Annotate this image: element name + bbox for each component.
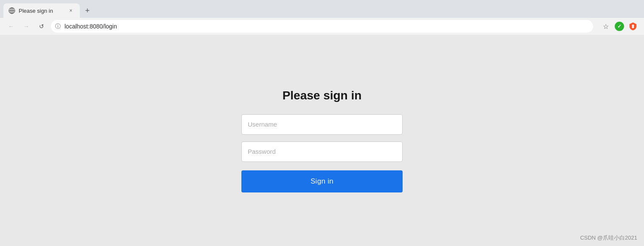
tab-label: Please sign in [19, 8, 64, 14]
page-title: Please sign in [283, 89, 362, 102]
reload-button[interactable]: ↺ [36, 20, 48, 32]
browser-actions: ☆ ✓ [600, 20, 639, 32]
new-tab-button[interactable]: + [81, 5, 93, 17]
address-bar-row: ← → ↺ ⓘ localhost:8080/login ☆ ✓ [0, 18, 644, 35]
brave-extension-button[interactable] [627, 20, 639, 32]
url-text: localhost:8080/login [64, 23, 117, 30]
address-field[interactable]: ⓘ localhost:8080/login [51, 20, 593, 33]
avast-icon: ✓ [615, 22, 624, 31]
back-button[interactable]: ← [5, 20, 17, 32]
star-icon: ☆ [603, 23, 609, 31]
active-tab[interactable]: Please sign in × [3, 3, 80, 18]
avast-extension-button[interactable]: ✓ [613, 20, 625, 32]
username-input[interactable] [241, 114, 403, 135]
watermark: CSDN @爪哇小白2021 [580, 234, 637, 242]
login-form-container: Please sign in Sign in [241, 89, 403, 192]
brave-icon [628, 22, 638, 31]
password-input[interactable] [241, 141, 403, 162]
globe-icon [8, 7, 15, 14]
tab-bar: Please sign in × + [0, 0, 644, 18]
page-content: Please sign in Sign in CSDN @爪哇小白2021 [0, 35, 644, 246]
lock-icon: ⓘ [55, 23, 61, 30]
username-group [241, 114, 403, 135]
password-group [241, 141, 403, 162]
forward-button[interactable]: → [20, 20, 32, 32]
tab-close-button[interactable]: × [67, 7, 75, 14]
star-button[interactable]: ☆ [600, 20, 612, 32]
sign-in-button[interactable]: Sign in [241, 170, 403, 192]
browser-chrome: Please sign in × + ← → ↺ ⓘ localhost:808… [0, 0, 644, 35]
